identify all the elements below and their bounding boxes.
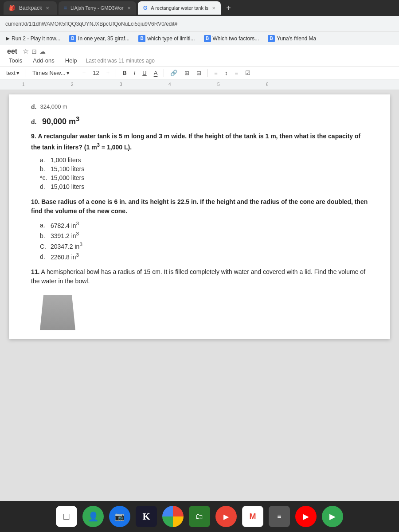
question-11-number: 11.	[31, 268, 39, 275]
bookmark-limiti-icon: B	[138, 35, 145, 42]
style-label: text	[6, 70, 16, 76]
address-text: cument/d/1l1dhWAMOK5flQQ3qUYNJXBpcUfQoNu…	[5, 21, 177, 27]
taskbar-files[interactable]: 🗂	[189, 506, 210, 527]
divider-2	[76, 69, 76, 77]
option-10d-label: d.	[40, 253, 51, 260]
menu-addons[interactable]: Add-ons	[31, 56, 56, 65]
font-dropdown[interactable]: Times New... ▾	[30, 69, 72, 77]
tab-google[interactable]: G A rectangular water tank is 5 m ✕	[138, 1, 221, 15]
taskbar-red-app[interactable]: ▶	[215, 506, 237, 527]
tab-google-close[interactable]: ✕	[212, 6, 215, 11]
question-9-options: a. 1,000 liters b. 15,100 liters *c. 15,…	[40, 156, 368, 190]
taskbar-krita[interactable]: K	[136, 506, 157, 527]
ruler: 1 2 3 4 5 6	[0, 79, 399, 90]
taskbar-finder[interactable]: □	[56, 506, 77, 527]
docs-icons: ☆ ⊡ ☁	[23, 47, 46, 55]
bookmark-giraf[interactable]: B In one year, 35 giraf...	[66, 34, 132, 43]
bookmark-yuna-label: Yuna's friend Ma	[277, 35, 316, 42]
bookmark-yuna[interactable]: B Yuna's friend Ma	[265, 34, 319, 43]
previous-answer: d. 324,000 m	[31, 103, 368, 111]
tab-backpack-close[interactable]: ✕	[46, 6, 49, 11]
bookmark-bar: ▶ Run 2 - Play it now... B In one year, …	[0, 32, 399, 45]
question-10-bold: Base radius of a cone is 6 in. and its h…	[31, 198, 368, 215]
bookmark-run2[interactable]: ▶ Run 2 - Play it now...	[4, 35, 63, 43]
bookmark-giraf-icon: B	[69, 35, 76, 42]
prev-value-prefix: 324,000 m	[40, 103, 67, 111]
tab-backpack-label: Backpack	[19, 5, 42, 11]
font-increase[interactable]: +	[104, 69, 113, 77]
question-10: 10. Base radius of a cone is 6 in. and i…	[31, 197, 368, 261]
comment-button[interactable]: ⊟	[194, 69, 204, 77]
docs-title: eet	[7, 47, 17, 55]
tab-docs-close[interactable]: ✕	[127, 6, 131, 11]
line-spacing-button[interactable]: ↕	[222, 69, 231, 77]
bookmark-run2-label: Run 2 - Play it now...	[12, 35, 60, 42]
taskbar-notes[interactable]: ≡	[269, 506, 290, 527]
bookmark-giraf-label: In one year, 35 giraf...	[78, 35, 129, 42]
checklist-button[interactable]: ☑	[243, 69, 253, 77]
bookmark-factors[interactable]: B Which two factors...	[201, 34, 262, 43]
taskbar-play[interactable]: ▶	[322, 506, 343, 527]
cup-shape	[40, 295, 75, 330]
option-9c-value: 15,000 liters	[51, 174, 84, 181]
font-decrease[interactable]: −	[80, 69, 89, 77]
question-10-number: 10.	[31, 198, 41, 205]
new-tab-button[interactable]: +	[223, 4, 235, 13]
taskbar-facetime[interactable]: 👤	[82, 506, 104, 527]
option-9d-value: 15,010 liters	[51, 183, 84, 190]
docs-header: eet ☆ ⊡ ☁ Tools Add-ons Help Last edit w…	[0, 45, 399, 67]
option-9c: *c. 15,000 liters	[40, 174, 368, 181]
answer-d-row: d. 90,000 m3	[31, 115, 368, 126]
taskbar-chrome[interactable]: ◉	[162, 506, 184, 527]
bookmark-factors-label: Which two factors...	[213, 35, 259, 42]
notes-icon: ≡	[277, 512, 281, 520]
link-button[interactable]: 🔗	[168, 69, 180, 77]
bold-button[interactable]: B	[120, 69, 129, 77]
tab-backpack[interactable]: 🎒 Backpack ✕	[4, 1, 57, 15]
menu-tools[interactable]: Tools	[7, 56, 24, 65]
document-area: d. 324,000 m d. 90,000 m3 9. A rectangul…	[0, 90, 399, 532]
bookmark-run2-icon: ▶	[6, 36, 10, 41]
camera-icon: 📷	[115, 512, 125, 521]
document-page: d. 324,000 m d. 90,000 m3 9. A rectangul…	[9, 94, 390, 339]
divider-4	[164, 69, 164, 77]
strikethrough-button[interactable]: A	[151, 69, 160, 77]
bookmark-factors-icon: B	[204, 35, 211, 42]
option-10d: d. 2260.8 in3	[40, 252, 368, 261]
folder-icon[interactable]: ⊡	[31, 48, 37, 55]
backpack-icon: 🎒	[9, 5, 16, 11]
image-button[interactable]: ⊞	[182, 69, 192, 77]
style-dropdown[interactable]: text ▾	[4, 69, 22, 77]
divider-1	[26, 69, 26, 77]
bookmark-limiti[interactable]: B which type of limiti...	[136, 34, 197, 43]
option-10a-value: 6782.4 in3	[51, 220, 79, 229]
taskbar-youtube[interactable]: ▶	[295, 506, 317, 527]
option-10a: a. 6782.4 in3	[40, 220, 368, 229]
align-button[interactable]: ≡	[211, 69, 220, 77]
menu-help[interactable]: Help	[63, 56, 79, 65]
taskbar-camera[interactable]: 📷	[109, 506, 130, 527]
question-11: 11. A hemispherical bowl has a radius of…	[31, 267, 368, 286]
cloud-icon[interactable]: ☁	[39, 48, 46, 55]
divider-5	[207, 69, 208, 77]
tab-google-label: A rectangular water tank is 5 m	[151, 5, 208, 11]
question-11-text: 11. A hemispherical bowl has a radius of…	[31, 267, 368, 286]
option-10c-value: 20347.2 in3	[51, 241, 82, 250]
list-button[interactable]: ≡	[232, 69, 241, 77]
question-10-options: a. 6782.4 in3 b. 3391.2 in3 C. 20347.2 i…	[40, 220, 368, 261]
answer-d-value: 90,000 m3	[42, 117, 79, 126]
font-label: Times New...	[32, 70, 66, 76]
address-bar[interactable]: cument/d/1l1dhWAMOK5flQQ3qUYNJXBpcUfQoNu…	[0, 16, 399, 32]
option-10c: C. 20347.2 in3	[40, 241, 368, 250]
font-size[interactable]: 12	[90, 69, 102, 77]
tab-docs[interactable]: ≡ LiAjah Terry - GMD3Worksheet - ✕	[59, 1, 136, 15]
red-app-icon: ▶	[223, 512, 229, 521]
underline-button[interactable]: U	[140, 69, 149, 77]
star-icon[interactable]: ☆	[23, 47, 29, 55]
taskbar-gmail[interactable]: M	[242, 506, 263, 527]
italic-button[interactable]: I	[131, 69, 138, 77]
format-toolbar: text ▾ Times New... ▾ − 12 + B I U A 🔗 ⊞…	[0, 67, 399, 79]
option-9d-label: d.	[40, 183, 51, 190]
taskbar: □ 👤 📷 K ◉ 🗂 ▶ M ≡ ▶ ▶	[0, 501, 399, 532]
question-9-text: 9. A rectangular water tank is 5 m long …	[31, 132, 368, 152]
